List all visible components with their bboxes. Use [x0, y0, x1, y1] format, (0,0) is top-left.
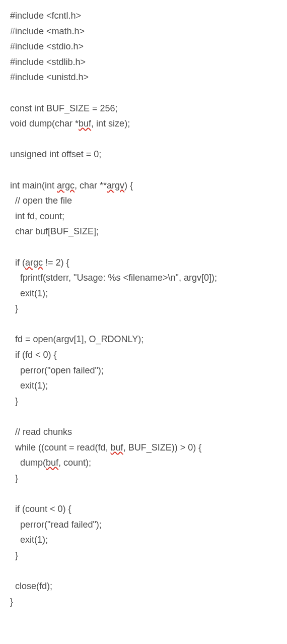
- code-line: #include <unistd.h>: [10, 70, 277, 85]
- spellcheck-squiggle: buf: [46, 458, 58, 468]
- code-line: if (argc != 2) {: [10, 255, 277, 271]
- code-line: }: [10, 471, 277, 486]
- code-line: int fd, count;: [10, 209, 277, 224]
- code-line: fprintf(stderr, "Usage: %s <filename>\n"…: [10, 270, 277, 286]
- code-line: // open the file: [10, 193, 277, 209]
- code-line: int main(int argc, char **argv) {: [10, 178, 277, 194]
- spellcheck-squiggle: argv: [107, 180, 124, 190]
- code-line: // read chunks: [10, 424, 277, 440]
- code-line: [10, 316, 277, 332]
- spellcheck-squiggle: argc: [25, 257, 43, 268]
- code-line: }: [10, 594, 277, 610]
- code-line: [10, 409, 277, 424]
- code-line: while ((count = read(fd, buf, BUF_SIZE))…: [10, 440, 277, 456]
- code-line: dump(buf, count);: [10, 455, 277, 471]
- code-line: }: [10, 548, 277, 563]
- code-line: perror("open failed");: [10, 363, 277, 378]
- code-line: [10, 132, 277, 147]
- code-line: [10, 85, 277, 101]
- spellcheck-squiggle: buf: [111, 442, 123, 453]
- code-line: }: [10, 301, 277, 316]
- code-line: exit(1);: [10, 378, 277, 394]
- code-line: #include <fcntl.h>: [10, 8, 277, 24]
- code-line: perror("read failed");: [10, 517, 277, 533]
- code-line: close(fd);: [10, 578, 277, 594]
- code-line: const int BUF_SIZE = 256;: [10, 101, 277, 116]
- code-line: exit(1);: [10, 532, 277, 548]
- code-line: #include <stdlib.h>: [10, 54, 277, 70]
- spellcheck-squiggle: argc: [57, 180, 75, 190]
- code-line: fd = open(argv[1], O_RDONLY);: [10, 332, 277, 347]
- code-line: void dump(char *buf, int size);: [10, 116, 277, 132]
- code-line: if (count < 0) {: [10, 501, 277, 517]
- code-block: #include <fcntl.h>#include <math.h>#incl…: [10, 8, 277, 609]
- code-line: char buf[BUF_SIZE];: [10, 224, 277, 239]
- code-line: }: [10, 394, 277, 409]
- code-line: [10, 486, 277, 501]
- code-line: unsigned int offset = 0;: [10, 147, 277, 162]
- spellcheck-squiggle: buf: [79, 118, 91, 128]
- code-line: exit(1);: [10, 286, 277, 301]
- code-line: #include <math.h>: [10, 24, 277, 39]
- code-line: if (fd < 0) {: [10, 347, 277, 363]
- code-line: #include <stdio.h>: [10, 39, 277, 54]
- code-line: [10, 162, 277, 178]
- code-line: [10, 239, 277, 255]
- code-line: [10, 563, 277, 578]
